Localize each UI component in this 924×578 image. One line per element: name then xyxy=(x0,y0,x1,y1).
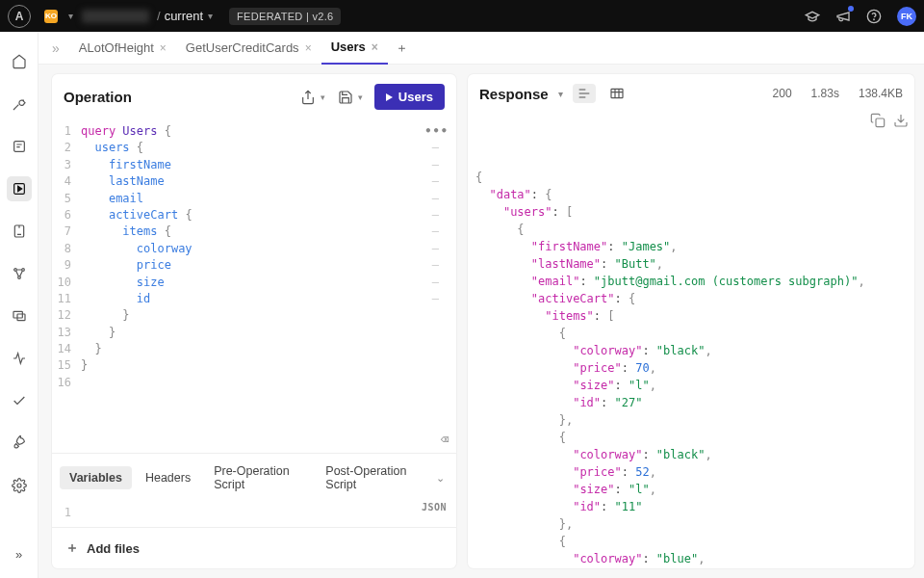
fold-icon[interactable]: – xyxy=(432,223,447,240)
variables-editor[interactable]: 1 JSON xyxy=(52,502,456,527)
svg-rect-13 xyxy=(876,118,885,127)
line-number: 7 xyxy=(52,223,81,240)
svg-point-7 xyxy=(21,269,24,272)
chevron-down-icon[interactable]: ⌄ xyxy=(432,468,449,488)
chevron-down-icon[interactable]: ▾ xyxy=(358,92,363,102)
line-number: 14 xyxy=(52,341,81,357)
line-number: 2 xyxy=(52,140,81,156)
vars-tab-pre-operation-script[interactable]: Pre-Operation Script xyxy=(204,460,312,496)
line-number: 12 xyxy=(52,307,81,324)
json-view-icon[interactable] xyxy=(573,84,596,103)
line-number: 8 xyxy=(52,241,81,257)
prettify-icon[interactable]: ⌫ xyxy=(441,430,449,449)
tab-getusercreditcards[interactable]: GetUserCreditCards× xyxy=(176,32,321,65)
close-icon[interactable]: × xyxy=(160,41,167,55)
tab-users[interactable]: Users× xyxy=(321,32,388,65)
schema-icon[interactable] xyxy=(7,219,32,244)
launches-icon[interactable] xyxy=(7,431,32,456)
fold-icon[interactable]: – xyxy=(432,157,447,173)
plus-icon: ＋ xyxy=(65,539,79,557)
operation-panel: Operation ▾ ▾ Users ••• 1query Users {2 … xyxy=(52,74,456,568)
fold-icon[interactable]: – xyxy=(432,241,447,257)
education-icon[interactable] xyxy=(804,8,821,25)
main-area: » ALotOfHeight×GetUserCreditCards×Users×… xyxy=(38,32,924,578)
chevron-down-icon[interactable]: ▾ xyxy=(68,11,73,21)
variant-name[interactable]: current xyxy=(165,9,203,23)
expand-sidebar-icon[interactable]: » xyxy=(7,541,32,566)
response-time: 1.83s xyxy=(811,87,839,100)
response-body[interactable]: { "data": { "users": [ { "firstName": "J… xyxy=(468,113,914,568)
changelog-icon[interactable] xyxy=(7,134,32,159)
line-number: 11 xyxy=(52,291,81,307)
share-icon[interactable] xyxy=(299,89,317,106)
tab-alotofheight[interactable]: ALotOfHeight× xyxy=(69,32,176,65)
line-number: 1 xyxy=(52,123,81,140)
svg-marker-4 xyxy=(17,186,21,191)
variables-panel: VariablesHeadersPre-Operation ScriptPost… xyxy=(52,453,456,527)
close-icon[interactable]: × xyxy=(372,40,378,54)
svg-rect-12 xyxy=(611,89,623,97)
download-icon[interactable] xyxy=(893,113,909,133)
line-number: 15 xyxy=(52,357,81,374)
fold-icon[interactable]: – xyxy=(432,191,447,207)
breadcrumb-separator: / xyxy=(157,9,161,23)
tabs-bar: » ALotOfHeight×GetUserCreditCards×Users×… xyxy=(38,32,924,65)
org-badge[interactable]: KO xyxy=(44,10,58,23)
svg-point-6 xyxy=(13,269,16,272)
vars-tab-variables[interactable]: Variables xyxy=(60,466,132,489)
fold-icon[interactable]: – xyxy=(432,207,447,223)
more-icon[interactable]: ••• xyxy=(424,123,449,140)
status-code: 200 xyxy=(773,87,792,100)
svg-point-1 xyxy=(874,19,875,20)
line-number: 13 xyxy=(52,325,81,341)
line-number: 9 xyxy=(52,257,81,274)
response-title: Response xyxy=(479,86,549,102)
chevron-down-icon[interactable]: ▾ xyxy=(321,92,325,102)
clients-icon[interactable] xyxy=(7,303,32,328)
checks-icon[interactable] xyxy=(7,388,32,413)
line-number: 6 xyxy=(52,207,81,223)
query-editor[interactable]: ••• 1query Users {2 users {–3 firstName–… xyxy=(52,119,456,453)
run-button[interactable]: Users xyxy=(374,84,445,110)
table-view-icon[interactable] xyxy=(605,84,629,103)
line-number: 4 xyxy=(52,173,81,190)
play-icon xyxy=(386,93,393,101)
fold-icon[interactable]: – xyxy=(432,140,447,156)
app-logo[interactable]: A xyxy=(8,5,31,28)
chevron-down-icon[interactable]: ▾ xyxy=(208,11,213,21)
sidebar: » xyxy=(0,32,38,578)
vars-tab-post-operation-script[interactable]: Post-Operation Script xyxy=(316,460,428,496)
fold-icon[interactable]: – xyxy=(432,173,447,190)
subgraphs-icon[interactable] xyxy=(7,261,32,286)
svg-point-11 xyxy=(17,484,21,487)
svg-rect-2 xyxy=(13,142,24,152)
format-badge: JSON xyxy=(422,502,447,512)
close-icon[interactable]: × xyxy=(305,41,312,55)
chevron-down-icon[interactable]: ▾ xyxy=(558,89,563,99)
fold-icon[interactable]: – xyxy=(432,275,447,291)
topbar: A KO ▾ / current ▾ FEDERATED | v2.6 FK xyxy=(0,0,924,32)
svg-rect-10 xyxy=(17,314,25,321)
svg-point-8 xyxy=(17,276,20,279)
explorer-icon[interactable] xyxy=(7,176,32,201)
user-avatar[interactable]: FK xyxy=(897,7,916,26)
add-files-button[interactable]: ＋ Add files xyxy=(52,527,456,568)
add-tab-button[interactable]: ＋ xyxy=(396,39,408,57)
fold-icon[interactable]: – xyxy=(432,257,447,274)
line-number: 16 xyxy=(52,375,81,391)
line-number: 5 xyxy=(52,191,81,207)
graph-name-redacted xyxy=(82,10,149,23)
copy-icon[interactable] xyxy=(870,113,886,133)
insights-icon[interactable] xyxy=(7,346,32,371)
fold-icon[interactable]: – xyxy=(432,291,447,307)
operation-title: Operation xyxy=(64,89,292,105)
announcement-icon[interactable] xyxy=(834,8,852,25)
save-icon[interactable] xyxy=(337,89,354,106)
help-icon[interactable] xyxy=(865,8,883,25)
home-icon[interactable] xyxy=(7,49,32,74)
wrench-icon[interactable] xyxy=(7,92,32,117)
collapse-panel-icon[interactable]: » xyxy=(52,40,60,56)
vars-tab-headers[interactable]: Headers xyxy=(136,466,200,489)
settings-icon[interactable] xyxy=(7,473,32,498)
line-number: 3 xyxy=(52,157,81,173)
